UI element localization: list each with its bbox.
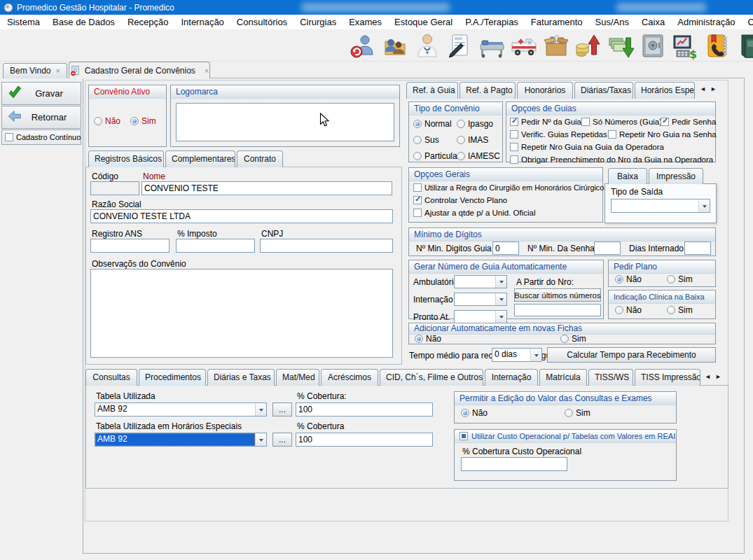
- repetir-operadora-checkbox[interactable]: Repetir Nro Guia na Guia da Operadora: [510, 143, 664, 151]
- tab-cid-chs-filme-outros[interactable]: CID, Ch´s, Filme e Outros: [380, 369, 483, 386]
- tab-impressao[interactable]: Impressão: [649, 168, 703, 184]
- so-numeros-checkbox[interactable]: Só Números (Guia): [581, 118, 662, 126]
- menu-sistema[interactable]: Sistema: [1, 17, 46, 27]
- pedir-plano-sim-radio[interactable]: Sim: [667, 274, 693, 284]
- stock-supplies-icon[interactable]: [542, 32, 570, 60]
- a-partir-field[interactable]: [514, 304, 601, 316]
- continuous-registration-checkbox[interactable]: Cadastro Contínuo: [1, 130, 81, 145]
- tipo-particular-radio[interactable]: Particular: [413, 151, 460, 161]
- buscar-ultimos-numeros-button[interactable]: Buscar últimos números: [514, 288, 601, 302]
- tipo-saida-select[interactable]: [611, 199, 710, 213]
- tab-ref-a-pagto[interactable]: Ref. à Pagto: [460, 82, 516, 99]
- registro-ans-field[interactable]: [90, 239, 170, 253]
- tabela-horarios-especiais-select[interactable]: AMB 92: [95, 433, 267, 447]
- menu-cirurgias[interactable]: Cirurgias: [293, 17, 343, 27]
- doctor-icon[interactable]: [413, 32, 441, 60]
- permitir-nao-radio[interactable]: Não: [461, 408, 488, 418]
- pedir-senha-checkbox[interactable]: Pedir Senha: [661, 118, 716, 126]
- tipo-iamesc-radio[interactable]: IAMESC: [457, 151, 500, 161]
- ambulance-icon[interactable]: [510, 32, 538, 60]
- calcular-tempo-button[interactable]: Calcular Tempo para Recebimento: [547, 347, 716, 363]
- tab-procedimentos[interactable]: Procedimentos: [139, 369, 206, 386]
- tab-cadastro-geral-convenios[interactable]: Cadastro Geral de Convênios ×: [69, 62, 210, 78]
- permitir-sim-radio[interactable]: Sim: [565, 408, 590, 418]
- tab-tiss-impressao[interactable]: TISS Impressão: [635, 369, 700, 386]
- razao-social-field[interactable]: [90, 209, 393, 223]
- internacao-select[interactable]: [454, 293, 507, 306]
- tab-baixa[interactable]: Baixa: [608, 168, 647, 184]
- tab-complementares[interactable]: Complementares: [165, 150, 235, 167]
- tab-scroll-right-icon[interactable]: ►: [710, 85, 717, 92]
- dias-internado-field[interactable]: [684, 241, 711, 255]
- tipo-imas-radio[interactable]: IMAS: [457, 135, 488, 145]
- controlar-vencto-checkbox[interactable]: Controlar Vencto Plano: [413, 196, 507, 204]
- cnpj-field[interactable]: [260, 239, 393, 253]
- menu-recepcao[interactable]: Recepção: [121, 17, 175, 27]
- logomarca-image-box[interactable]: [176, 103, 394, 141]
- tipo-ipasgo-radio[interactable]: Ipasgo: [457, 119, 493, 129]
- tab-scroll-left-icon[interactable]: ◄: [700, 85, 706, 92]
- tab-acrescimos[interactable]: Acréscimos: [321, 369, 378, 386]
- tab-close-icon[interactable]: ×: [205, 63, 209, 78]
- adicionar-sim-radio[interactable]: Sim: [560, 334, 586, 344]
- indicacao-sim-radio[interactable]: Sim: [667, 305, 693, 315]
- tab-tiss-ws[interactable]: TISS/WS: [588, 369, 633, 386]
- imposto-field[interactable]: [176, 239, 255, 253]
- tab-bem-vindo[interactable]: Bem Vindo×: [3, 63, 67, 78]
- tab-scroll-left-icon[interactable]: ◄: [705, 373, 711, 380]
- hospital-bed-icon[interactable]: [478, 32, 506, 60]
- min-senha-field[interactable]: [594, 241, 621, 255]
- cobertura2-field[interactable]: [296, 433, 433, 447]
- menu-sus-ans[interactable]: Sus/Ans: [589, 17, 635, 27]
- phone-directory-icon[interactable]: [703, 32, 731, 60]
- tab-honorarios[interactable]: Honorários: [517, 82, 573, 99]
- patient-sync-icon[interactable]: [349, 32, 377, 60]
- menu-pa-terapias[interactable]: P.A./Terapias: [459, 17, 525, 27]
- adicionar-nao-radio[interactable]: Não: [415, 334, 441, 344]
- cash-up-arrow-icon[interactable]: [574, 32, 602, 60]
- pedir-plano-nao-radio[interactable]: Não: [615, 274, 642, 284]
- tab-matricula[interactable]: Matrícula: [539, 369, 587, 386]
- indicacao-nao-radio[interactable]: Não: [615, 305, 642, 315]
- nome-field[interactable]: [141, 181, 392, 195]
- contract-icon[interactable]: [445, 32, 474, 60]
- verific-guias-checkbox[interactable]: Verific. Guias Repetidas: [510, 130, 607, 139]
- min-digitos-guia-field[interactable]: [492, 241, 519, 255]
- tab-contrato[interactable]: Contrato: [237, 150, 283, 167]
- pronto-at-select[interactable]: [454, 310, 507, 323]
- tab-ref-a-guia[interactable]: Ref. à Guia: [406, 82, 458, 99]
- tab-diarias-taxas[interactable]: Diárias/Taxas: [574, 82, 633, 99]
- menu-estoque-geral[interactable]: Estoque Geral: [388, 17, 459, 27]
- menu-internacao[interactable]: Internação: [174, 17, 230, 27]
- tab-mat-med[interactable]: Mat/Med: [276, 369, 319, 386]
- menu-consultorios[interactable]: Consultórios: [230, 17, 293, 27]
- tab-scroll-right-icon[interactable]: ►: [715, 373, 721, 380]
- reception-folder-icon[interactable]: [381, 32, 409, 60]
- tempo-medio-select[interactable]: 0 dias: [492, 348, 542, 362]
- tabela-utilizada-select[interactable]: AMB 92: [95, 402, 267, 416]
- tabela-browse-button[interactable]: ...: [272, 402, 292, 416]
- tab-diarias-e-taxas[interactable]: Diárias e Taxas: [207, 369, 275, 386]
- custo-operacional-checkbox[interactable]: [460, 432, 468, 440]
- cobertura-custo-field[interactable]: [461, 457, 567, 471]
- tabela-esp-browse-button[interactable]: ...: [272, 433, 292, 447]
- tipo-normal-radio[interactable]: Normal: [413, 119, 452, 129]
- tab-close-icon[interactable]: ×: [56, 66, 60, 75]
- tab-registros-basicos[interactable]: Registros Básicos: [88, 150, 164, 167]
- cobertura1-field[interactable]: [296, 402, 433, 416]
- menu-administracao[interactable]: Administração: [671, 17, 741, 27]
- tab-horarios-especiais[interactable]: Horários Especia: [635, 82, 695, 99]
- convenio-ativo-nao-radio[interactable]: Não: [94, 116, 120, 126]
- cash-down-arrow-icon[interactable]: [607, 32, 635, 60]
- repetir-senha-checkbox[interactable]: Repetir Nro Guia na Senha: [608, 130, 717, 139]
- regra-cirurgiao-checkbox[interactable]: Utilizar a Regra do Cirurgião em Honorár…: [413, 183, 608, 192]
- safe-icon[interactable]: [639, 32, 667, 60]
- save-button[interactable]: Gravar: [1, 82, 81, 105]
- pedir-guia-checkbox[interactable]: Pedir Nº da Guia: [510, 118, 581, 126]
- return-button[interactable]: Retornar: [1, 106, 81, 129]
- menu-exames[interactable]: Exames: [343, 17, 388, 27]
- convenio-ativo-sim-radio[interactable]: Sim: [130, 116, 156, 126]
- tipo-sus-radio[interactable]: Sus: [413, 135, 439, 145]
- menu-base-de-dados[interactable]: Base de Dados: [46, 17, 121, 27]
- tab-consultas[interactable]: Consultas: [85, 369, 137, 386]
